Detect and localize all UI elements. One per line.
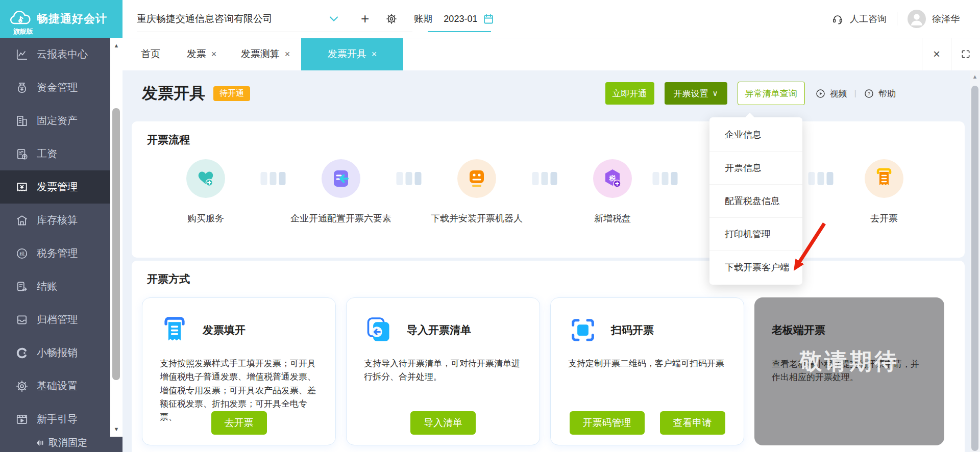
invoice-methods-panel: 开票方式 发票填开 支持按照发票样式手工填开发票；可开具增值税电子普通发票、增值…	[132, 261, 965, 452]
company-selector[interactable]: 重庆畅捷交通信息咨询有限公司	[137, 12, 313, 26]
menu-item-tax-disk-config[interactable]: 配置税盘信息	[709, 185, 802, 218]
sidebar-item-label: 归档管理	[37, 313, 78, 327]
card-title: 扫码开票	[611, 323, 654, 337]
sidebar-item-label: 发票管理	[37, 180, 78, 194]
process-step-robot[interactable]: 下载并安装开票机器人	[405, 159, 548, 224]
divider: |	[854, 88, 856, 98]
menu-item-download-client[interactable]: 下载开票客户端	[709, 251, 802, 284]
close-all-tabs-button[interactable]: ×	[922, 38, 951, 70]
cloud-report-icon	[15, 48, 29, 61]
abnormal-list-button[interactable]: 异常清单查询	[738, 82, 805, 105]
play-circle-icon	[815, 88, 826, 99]
sidebar-unpin-button[interactable]: 取消固定	[0, 434, 122, 452]
help-link[interactable]: 帮助	[878, 88, 896, 99]
tab-home[interactable]: 首页	[128, 38, 174, 70]
card-invoice-fill: 发票填开 支持按照发票样式手工填开发票；可开具增值税电子普通发票、增值税普通发票…	[142, 297, 336, 445]
sidebar-item-closing[interactable]: 结账	[0, 270, 110, 303]
avatar[interactable]	[908, 10, 926, 28]
tax-disk-plus-icon: 税	[600, 166, 625, 191]
process-step-six-elements[interactable]: 企业开通配置开票六要素	[270, 159, 412, 224]
sidebar-item-archive[interactable]: 归档管理	[0, 303, 110, 336]
topbar: 重庆畅捷交通信息咨询有限公司 + 账期 2023-01 人工咨询 徐泽华	[122, 0, 980, 38]
invoice-process-panel: 开票流程 购买服务 企业开通配置开票六要素 下载并安装开票机器人 税	[132, 121, 965, 258]
chevron-down-icon: ∨	[713, 89, 718, 98]
sidebar-item-inventory[interactable]: 库存核算	[0, 204, 110, 237]
support-link[interactable]: 人工咨询	[850, 13, 887, 25]
sidebar-item-invoice[interactable]: 发票管理	[0, 170, 110, 204]
heart-plus-icon	[193, 166, 218, 191]
sidebar-item-label: 工资	[37, 147, 57, 161]
process-step-buy-service[interactable]: 购买服务	[134, 159, 277, 224]
menu-item-printer-manage[interactable]: 打印机管理	[709, 218, 802, 251]
sidebar-item-reimburse[interactable]: 小畅报销	[0, 336, 110, 369]
content-scrollbar[interactable]: ▲	[970, 70, 980, 452]
process-step-tax-disk[interactable]: 税 新增税盘	[541, 159, 684, 224]
sidebar-item-settings[interactable]: 基础设置	[0, 369, 110, 403]
tab-invoice-issue[interactable]: 发票开具 ×	[301, 38, 403, 70]
invoice-printer-blue-icon	[160, 315, 189, 345]
import-list-button[interactable]: 导入清单	[410, 411, 476, 435]
gear-icon	[15, 380, 29, 393]
scroll-up-icon[interactable]: ▲	[110, 38, 122, 53]
invoice-printer-icon	[872, 166, 896, 191]
menu-item-invoice-info[interactable]: 开票信息	[709, 152, 802, 185]
payroll-icon	[15, 147, 29, 161]
card-description: 支持导入待开票清单，可对待开票清单进行拆分、合并处理。	[364, 357, 522, 384]
chevron-down-icon[interactable]	[329, 16, 338, 22]
sidebar-item-guide[interactable]: 新手引导	[0, 403, 110, 436]
card-scan-invoice: 扫码开票 支持定制开票二维码，客户端可扫码开票 开票码管理 查看申请	[550, 297, 744, 445]
brand-logo[interactable]: 畅捷通好会计 旗舰版	[0, 0, 122, 38]
invoice-code-manage-button[interactable]: 开票码管理	[570, 411, 645, 435]
money-bag-icon	[15, 81, 29, 94]
sidebar-scrollbar[interactable]: ▲ ▼	[110, 38, 122, 437]
headset-icon[interactable]	[831, 13, 844, 25]
tab-close-icon[interactable]: ×	[211, 49, 217, 60]
tab-invoice-calc[interactable]: 发票测算 ×	[230, 38, 301, 70]
view-applications-button[interactable]: 查看申请	[660, 411, 725, 435]
go-invoice-button[interactable]: 去开票	[211, 411, 267, 435]
user-name[interactable]: 徐泽华	[932, 13, 960, 25]
sidebar-item-label: 税务管理	[37, 246, 78, 260]
content-scroll-thumb[interactable]	[971, 86, 978, 451]
settings-gear-icon[interactable]	[385, 13, 398, 25]
sidebar-item-fixed-assets[interactable]: 固定资产	[0, 104, 110, 137]
sidebar-item-tax[interactable]: 税 税务管理	[0, 237, 110, 270]
sidebar-scroll-thumb[interactable]	[112, 108, 120, 380]
sidebar-item-label: 固定资产	[37, 114, 78, 128]
sidebar-item-label: 资金管理	[37, 81, 78, 94]
add-company-icon[interactable]: +	[361, 12, 369, 26]
unpin-label: 取消固定	[48, 436, 87, 449]
invoice-settings-button[interactable]: 开票设置 ∨	[665, 82, 727, 105]
invoice-icon	[15, 181, 29, 194]
scroll-up-icon[interactable]: ▲	[970, 70, 980, 83]
sidebar-item-label: 小畅报销	[37, 346, 78, 360]
tab-invoice[interactable]: 发票 ×	[174, 38, 230, 70]
tab-close-icon[interactable]: ×	[285, 49, 290, 60]
sidebar-item-payroll[interactable]: 工资	[0, 137, 110, 170]
activate-button[interactable]: 立即开通	[605, 82, 654, 105]
calendar-icon[interactable]	[482, 13, 495, 25]
sidebar-item-cloud-report[interactable]: 云报表中心	[0, 38, 110, 71]
sidebar-item-label: 库存核算	[37, 213, 78, 227]
process-connector	[653, 172, 678, 185]
fullscreen-button[interactable]	[951, 38, 980, 70]
unpin-icon	[35, 438, 45, 448]
divider	[897, 12, 897, 26]
invoice-settings-dropdown: 企业信息 开票信息 配置税盘信息 打印机管理 下载开票客户端	[709, 117, 802, 285]
brand-name: 畅捷通好会计	[37, 11, 107, 27]
period-label: 账期	[414, 13, 432, 25]
warehouse-icon	[15, 214, 29, 227]
process-step-go-invoice[interactable]: 去开票	[813, 159, 955, 224]
period-value[interactable]: 2023-01	[444, 14, 477, 24]
menu-item-company-info[interactable]: 企业信息	[709, 118, 802, 152]
qr-scan-icon	[568, 315, 598, 345]
tabbar: 首页 发票 × 发票测算 × 发票开具 × ×	[122, 38, 980, 70]
tab-close-icon[interactable]: ×	[372, 49, 377, 60]
tax-icon: 税	[15, 247, 29, 260]
step-label: 去开票	[813, 212, 955, 224]
sidebar-item-funds[interactable]: 资金管理	[0, 71, 110, 104]
tab-label: 发票开具	[328, 47, 366, 61]
sidebar-item-label: 结账	[37, 280, 57, 293]
video-link[interactable]: 视频	[830, 88, 847, 99]
import-list-icon	[364, 315, 394, 345]
